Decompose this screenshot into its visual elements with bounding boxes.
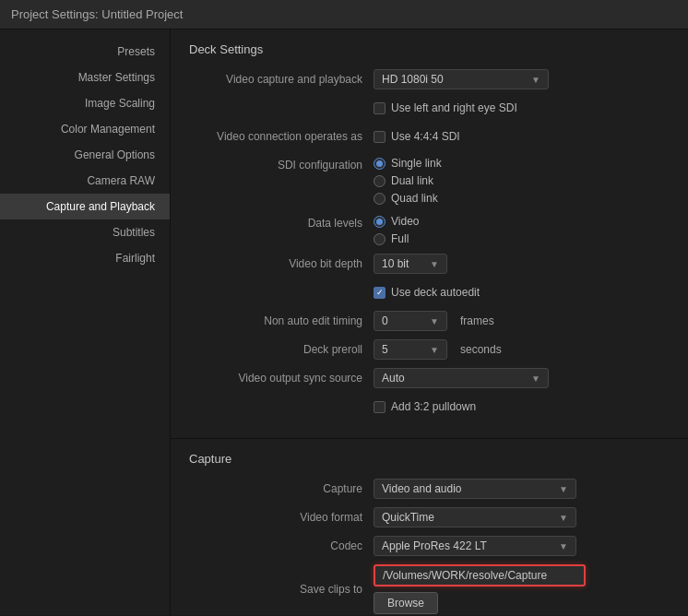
sdi-single-label: Single link — [391, 157, 442, 170]
non-auto-edit-row: Non auto edit timing 0 ▼ frames — [189, 311, 670, 331]
capture-control: Video and audio ▼ — [374, 479, 670, 499]
codec-dropdown[interactable]: Apple ProRes 422 LT ▼ — [374, 536, 576, 556]
main-content: Deck Settings Video capture and playback… — [171, 30, 688, 615]
sdi-quad-radio[interactable] — [374, 193, 386, 205]
project-name: Untitled Project — [101, 7, 183, 21]
data-levels-radio-group: Video Full — [374, 215, 419, 245]
add32-row: Add 3:2 pulldown — [189, 397, 670, 417]
sdi-config-row: SDI configuration Single link Dual link — [189, 155, 670, 205]
non-auto-edit-dropdown[interactable]: 0 ▼ — [374, 311, 447, 331]
left-right-sdi-control: Use left and right eye SDI — [374, 101, 670, 114]
video-format-control: QuickTime ▼ — [374, 507, 670, 527]
sidebar: Presets Master Settings Image Scaling Co… — [0, 30, 171, 615]
left-right-sdi-row: Use left and right eye SDI — [189, 98, 670, 118]
sdi-dual-radio[interactable] — [374, 175, 386, 187]
deck-preroll-label: Deck preroll — [189, 343, 374, 356]
sdi-radio-group: Single link Dual link Quad link — [374, 157, 442, 205]
sdi-dual-label: Dual link — [391, 174, 433, 187]
add32-checkbox-row: Add 3:2 pulldown — [374, 400, 476, 413]
bit-depth-arrow: ▼ — [430, 259, 439, 269]
non-auto-edit-label: Non auto edit timing — [189, 314, 374, 327]
save-clips-control: Browse — [374, 564, 670, 614]
codec-arrow: ▼ — [559, 541, 568, 551]
sidebar-item-color-management[interactable]: Color Management — [0, 116, 170, 142]
sdi-quad-label: Quad link — [391, 192, 438, 205]
bit-depth-control: 10 bit ▼ — [374, 254, 670, 274]
left-right-sdi-checkbox[interactable] — [374, 102, 386, 114]
capture-arrow: ▼ — [559, 484, 568, 494]
video-output-sync-control: Auto ▼ — [374, 368, 670, 388]
left-right-sdi-checkbox-row: Use left and right eye SDI — [374, 101, 517, 114]
video-capture-label: Video capture and playback — [189, 73, 374, 86]
save-clips-label: Save clips to — [189, 583, 374, 596]
frames-label: frames — [460, 314, 494, 327]
non-auto-edit-value: 0 — [382, 314, 388, 327]
data-full-label: Full — [391, 232, 409, 245]
non-auto-edit-control: 0 ▼ frames — [374, 311, 670, 331]
data-full-radio[interactable] — [374, 233, 386, 245]
data-video-row: Video — [374, 215, 419, 228]
video-output-sync-value: Auto — [382, 372, 405, 385]
capture-title: Capture — [189, 452, 670, 466]
codec-control: Apple ProRes 422 LT ▼ — [374, 536, 670, 556]
capture-label: Capture — [189, 482, 374, 495]
deck-autoedit-checkbox[interactable] — [374, 287, 386, 299]
sidebar-item-subtitles[interactable]: Subtitles — [0, 219, 170, 245]
add32-label: Add 3:2 pulldown — [391, 400, 476, 413]
sidebar-item-fairlight[interactable]: Fairlight — [0, 245, 170, 271]
add32-control: Add 3:2 pulldown — [374, 400, 670, 413]
browse-button[interactable]: Browse — [374, 592, 438, 614]
deck-autoedit-control: Use deck autoedit — [374, 286, 670, 299]
video-capture-control: HD 1080i 50 ▼ — [374, 69, 670, 89]
data-video-radio[interactable] — [374, 216, 386, 228]
video-connection-label: Video connection operates as — [189, 130, 374, 143]
video-connection-row: Video connection operates as Use 4:4:4 S… — [189, 126, 670, 147]
data-video-label: Video — [391, 215, 419, 228]
sidebar-item-camera-raw[interactable]: Camera RAW — [0, 168, 170, 194]
video-capture-row: Video capture and playback HD 1080i 50 ▼ — [189, 69, 670, 89]
codec-row: Codec Apple ProRes 422 LT ▼ — [189, 536, 670, 556]
video-format-row: Video format QuickTime ▼ — [189, 507, 670, 527]
video-format-arrow: ▼ — [559, 513, 568, 523]
bit-depth-label: Video bit depth — [189, 257, 374, 270]
deck-preroll-row: Deck preroll 5 ▼ seconds — [189, 339, 670, 360]
video-output-sync-arrow: ▼ — [531, 373, 540, 384]
save-clips-input[interactable] — [374, 564, 586, 586]
seconds-label: seconds — [460, 343, 502, 356]
sdi-single-row: Single link — [374, 157, 442, 170]
sidebar-item-image-scaling[interactable]: Image Scaling — [0, 90, 170, 116]
title-bar: Project Settings: Untitled Project — [0, 0, 688, 30]
video-capture-value: HD 1080i 50 — [382, 73, 444, 86]
capture-row: Capture Video and audio ▼ — [189, 479, 670, 499]
video-capture-dropdown[interactable]: HD 1080i 50 ▼ — [374, 69, 549, 89]
capture-dropdown[interactable]: Video and audio ▼ — [374, 479, 576, 499]
video-connection-control: Use 4:4:4 SDI — [374, 130, 670, 143]
video-capture-arrow: ▼ — [531, 75, 540, 85]
capture-section: Capture Capture Video and audio ▼ Video … — [171, 439, 688, 615]
video-output-sync-dropdown[interactable]: Auto ▼ — [374, 368, 549, 388]
sdi-single-radio[interactable] — [374, 158, 386, 170]
bit-depth-dropdown[interactable]: 10 bit ▼ — [374, 254, 447, 274]
title-label: Project Settings: — [11, 7, 101, 21]
video-output-sync-row: Video output sync source Auto ▼ — [189, 368, 670, 388]
sidebar-item-master-settings[interactable]: Master Settings — [0, 65, 170, 90]
codec-label: Codec — [189, 539, 374, 552]
deck-preroll-dropdown[interactable]: 5 ▼ — [374, 339, 447, 360]
video-format-dropdown[interactable]: QuickTime ▼ — [374, 507, 576, 527]
save-clips-row: Save clips to Browse — [189, 564, 670, 614]
deck-settings-title: Deck Settings — [189, 42, 670, 56]
data-full-row: Full — [374, 232, 419, 245]
data-levels-row: Data levels Video Full — [189, 213, 670, 245]
use444-row: Use 4:4:4 SDI — [374, 130, 460, 143]
sidebar-item-capture-playback[interactable]: Capture and Playback — [0, 194, 170, 219]
sidebar-item-general-options[interactable]: General Options — [0, 142, 170, 168]
add32-checkbox[interactable] — [374, 401, 386, 413]
bit-depth-value: 10 bit — [382, 257, 409, 270]
sdi-dual-row: Dual link — [374, 174, 442, 187]
deck-autoedit-checkbox-row: Use deck autoedit — [374, 286, 480, 299]
deck-preroll-control: 5 ▼ seconds — [374, 339, 670, 360]
sidebar-item-presets[interactable]: Presets — [0, 39, 170, 65]
non-auto-edit-arrow: ▼ — [430, 316, 439, 326]
use444-checkbox[interactable] — [374, 131, 386, 143]
video-format-value: QuickTime — [382, 511, 434, 524]
